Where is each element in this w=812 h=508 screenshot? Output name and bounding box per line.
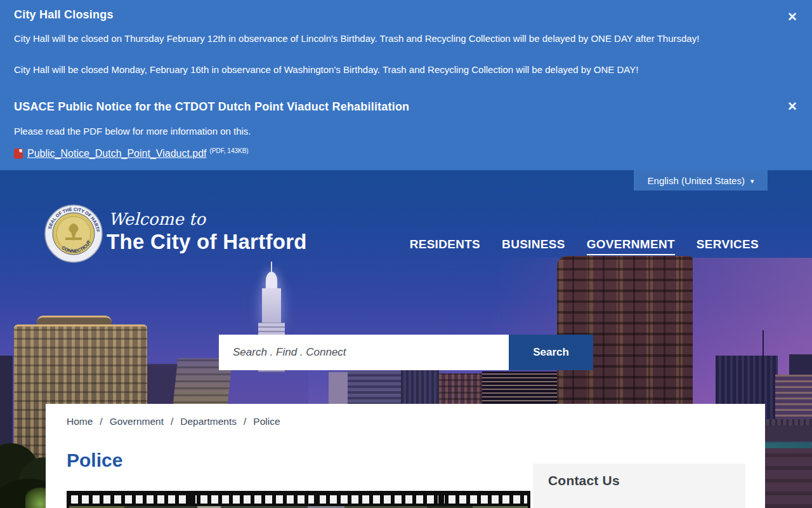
contact-us-panel: Contact Us	[533, 464, 745, 508]
breadcrumb-home[interactable]: Home	[67, 416, 93, 427]
language-selector[interactable]: English (United States) ▾	[634, 170, 768, 190]
cathedral-spire	[262, 288, 281, 324]
nav-item-residents[interactable]: RESIDENTS	[410, 237, 480, 255]
breadcrumb-government[interactable]: Government	[110, 416, 164, 427]
alert-title: City Hall Closings	[14, 8, 768, 22]
search-button[interactable]: Search	[509, 335, 593, 370]
page-title: Police	[67, 450, 122, 471]
nav-item-business[interactable]: BUSINESS	[502, 237, 565, 255]
alert-paragraph: City Hall will be closed on Thursday Feb…	[14, 33, 768, 44]
site-search: Search	[219, 335, 593, 370]
city-seal-logo: SEAL OF THE CITY OF HARTFORD CONNECTICUT	[44, 204, 103, 263]
notification-banner: City Hall Closings City Hall will be clo…	[0, 0, 812, 170]
breadcrumb-current: Police	[253, 416, 280, 427]
close-icon[interactable]: ✕	[784, 98, 801, 115]
site-title: The City of Hartford	[107, 230, 307, 254]
breadcrumb: Home / Government / Departments / Police	[67, 416, 280, 427]
content-card: Home / Government / Departments / Police…	[46, 404, 765, 508]
pdf-link[interactable]: Public_Notice_Dutch_Point_Viaduct.pdf	[27, 148, 207, 159]
pdf-file-meta: (PDF, 143KB)	[210, 147, 249, 154]
cathedral-spire	[266, 272, 277, 290]
pdf-link-row: Public_Notice_Dutch_Point_Viaduct.pdf (P…	[14, 148, 768, 159]
nav-item-government[interactable]: GOVERNMENT	[587, 237, 675, 255]
language-selector-label: English (United States)	[648, 175, 745, 186]
breadcrumb-separator: /	[244, 416, 246, 427]
bridge	[759, 448, 812, 508]
breadcrumb-separator: /	[100, 416, 102, 427]
search-input[interactable]	[219, 335, 509, 370]
breadcrumb-separator: /	[171, 416, 173, 427]
close-icon[interactable]: ✕	[784, 9, 801, 25]
alert-paragraph: Please read the PDF below for more infor…	[14, 126, 768, 137]
police-filmstrip-image	[67, 491, 530, 508]
alert-title: USACE Public Notice for the CTDOT Dutch …	[14, 100, 768, 114]
pdf-icon	[14, 149, 23, 159]
welcome-tagline: Welcome to	[108, 210, 206, 229]
main-nav: RESIDENTS BUSINESS GOVERNMENT SERVICES	[410, 237, 759, 255]
alert-usace-notice: USACE Public Notice for the CTDOT Dutch …	[14, 100, 768, 159]
nav-item-services[interactable]: SERVICES	[697, 237, 759, 255]
filmstrip-sprockets	[71, 495, 527, 504]
breadcrumb-departments[interactable]: Departments	[180, 416, 237, 427]
chevron-down-icon: ▾	[750, 177, 754, 185]
contact-us-title: Contact Us	[548, 473, 620, 488]
alert-paragraph: City Hall will be closed Monday, Februar…	[14, 64, 768, 76]
alert-city-hall-closings: City Hall Closings City Hall will be clo…	[14, 8, 768, 76]
